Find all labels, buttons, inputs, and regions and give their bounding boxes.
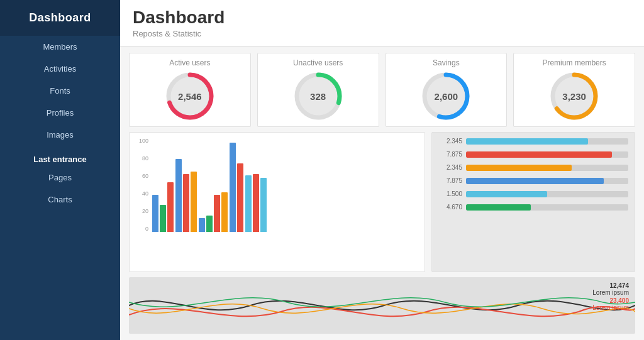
bar-0-2 <box>167 182 174 232</box>
hbar-track-0 <box>466 138 628 145</box>
hbar-fill-5 <box>466 204 531 211</box>
y-label: 40 <box>135 190 148 197</box>
bar-3-1 <box>237 163 243 232</box>
stat-card-title-3: Premium members <box>542 58 606 67</box>
hbar-fill-2 <box>466 165 572 171</box>
bar-chart: 100806040200 <box>135 138 419 232</box>
sidebar-item-pages[interactable]: Pages <box>0 167 120 189</box>
bar-4-0 <box>245 175 252 232</box>
sidebar-item-members[interactable]: Members <box>0 36 120 58</box>
bar-group-2 <box>199 192 228 232</box>
hbar-label-5: 4.670 <box>438 204 462 211</box>
hbar-track-2 <box>466 165 628 171</box>
hbar-row-5: 4.670 <box>438 204 628 211</box>
hbar-row-2: 2.345 <box>438 164 628 171</box>
hbar-fill-3 <box>466 178 604 184</box>
stat-card-2: Savings 2,600 <box>386 53 508 127</box>
hbar-track-4 <box>466 191 628 197</box>
line-chart-panel: 12,474Lorem ipsum 23,400Lorem ipsum <box>129 277 635 334</box>
bar-4-1 <box>253 174 259 232</box>
donut-container-3: 3,230 <box>549 71 599 121</box>
page-title: Dashboard <box>133 8 631 28</box>
hbar-track-1 <box>466 151 628 158</box>
hbar-track-5 <box>466 204 628 211</box>
legend-item-2: 23,400Lorem ipsum <box>592 297 629 311</box>
bar-2-2 <box>214 195 220 232</box>
bar-0-1 <box>160 205 166 233</box>
bar-group-4 <box>245 174 267 232</box>
bar-chart-panel: 100806040200 <box>129 132 425 272</box>
hbar-label-0: 2.345 <box>438 138 462 145</box>
hbar-row-4: 1.500 <box>438 190 628 197</box>
stat-value-0: 2,546 <box>178 91 202 102</box>
hbar-row-1: 7.875 <box>438 151 628 158</box>
sidebar-nav2: PagesCharts <box>0 167 120 211</box>
hbar-fill-4 <box>466 191 547 197</box>
hbar-track-3 <box>466 178 628 184</box>
bar-4-2 <box>260 178 267 232</box>
hbar-label-3: 7.875 <box>438 177 462 184</box>
sidebar-item-activities[interactable]: Activities <box>0 58 120 80</box>
main-content: Dashboard Reposts & Statistic Active use… <box>120 0 644 340</box>
stat-card-3: Premium members 3,230 <box>513 53 635 127</box>
top-bar: Dashboard Reposts & Statistic <box>120 0 644 47</box>
stat-value-3: 3,230 <box>562 91 586 102</box>
bar-3-0 <box>230 143 236 232</box>
stat-card-1: Unactive users 328 <box>257 53 379 127</box>
bar-2-0 <box>199 218 205 232</box>
y-axis: 100806040200 <box>135 138 151 232</box>
y-label: 100 <box>135 138 148 144</box>
content-area: Active users 2,546Unactive users 328Savi… <box>120 47 644 340</box>
sidebar-section-label: Last entrance <box>0 148 120 167</box>
stats-row: Active users 2,546Unactive users 328Savi… <box>129 53 635 127</box>
hbar-fill-1 <box>466 151 612 158</box>
y-label: 80 <box>135 155 148 162</box>
y-label: 0 <box>135 226 148 232</box>
stat-value-2: 2,600 <box>435 91 458 102</box>
sidebar-header: Dashboard <box>0 0 120 36</box>
sidebar-nav: MembersActivitiesFontsProfilesImages <box>0 36 120 146</box>
sidebar: Dashboard MembersActivitiesFontsProfiles… <box>0 0 120 340</box>
donut-container-0: 2,546 <box>165 71 215 121</box>
stat-card-title-0: Active users <box>169 58 210 67</box>
bar-1-2 <box>191 172 197 232</box>
hbar-fill-0 <box>466 138 588 145</box>
line-legend: 12,474Lorem ipsum 23,400Lorem ipsum <box>592 282 629 311</box>
y-label: 20 <box>135 208 148 214</box>
bar-group-0 <box>152 182 174 232</box>
sidebar-item-images[interactable]: Images <box>0 124 120 146</box>
stat-card-0: Active users 2,546 <box>129 53 251 127</box>
bar-2-3 <box>221 192 228 232</box>
hbar-label-2: 2.345 <box>438 164 462 171</box>
bar-1-1 <box>183 174 189 232</box>
hbar-chart-panel: 2.345 7.875 2.345 7.875 1.500 4.670 <box>431 132 635 272</box>
y-label: 60 <box>135 173 148 179</box>
charts-row: 100806040200 2.345 7.875 2.345 7.875 1.5… <box>129 132 635 272</box>
hbar-row-3: 7.875 <box>438 177 628 184</box>
donut-container-2: 2,600 <box>421 71 471 121</box>
donut-container-1: 328 <box>293 71 343 121</box>
line-chart-svg <box>129 277 635 334</box>
sidebar-item-charts[interactable]: Charts <box>0 189 120 211</box>
bar-group-1 <box>175 159 197 232</box>
stat-value-1: 328 <box>310 91 326 102</box>
section-subtitle: Reposts & Statistic <box>133 29 631 38</box>
bar-2-1 <box>206 216 213 232</box>
stat-card-title-1: Unactive users <box>293 58 343 67</box>
hbar-label-4: 1.500 <box>438 190 462 197</box>
hbar-label-1: 7.875 <box>438 151 462 158</box>
legend-item-1: 12,474Lorem ipsum <box>592 282 629 296</box>
sidebar-item-fonts[interactable]: Fonts <box>0 80 120 102</box>
sidebar-item-profiles[interactable]: Profiles <box>0 102 120 124</box>
stat-card-title-2: Savings <box>433 58 460 67</box>
bar-0-0 <box>152 195 158 232</box>
hbar-row-0: 2.345 <box>438 138 628 145</box>
bar-group-3 <box>230 143 243 232</box>
bar-1-0 <box>175 159 182 232</box>
